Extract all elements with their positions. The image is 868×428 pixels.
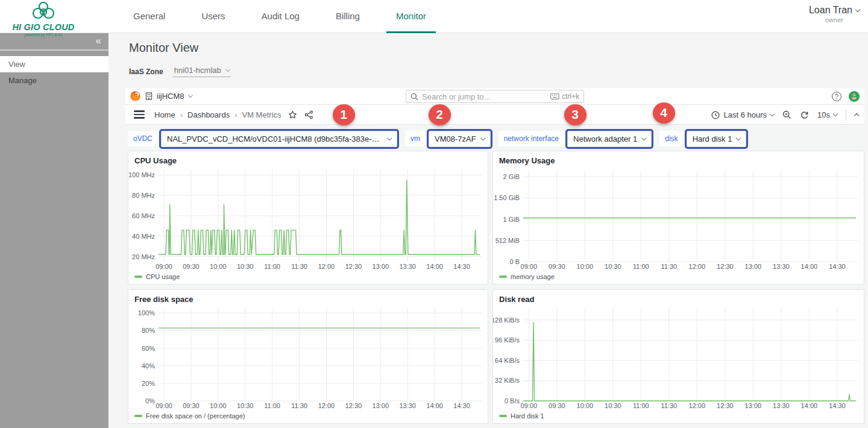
brand-name: HI GIO CLOUD xyxy=(7,23,80,32)
panel-title[interactable]: CPU Usage xyxy=(128,151,488,166)
brand-logo[interactable]: HI GIO CLOUD powered by FPT & IIJ xyxy=(7,1,80,37)
user-role: owner xyxy=(809,16,860,24)
x-axis: 09:0009:3010:0010:3011:0011:3012:0012:30… xyxy=(523,401,858,411)
variable-select-ovdc[interactable]: NAL_PVDC_vCD_HCM/oVDC01-iijHCM8 (d9bc35f… xyxy=(161,131,397,147)
keyboard-icon xyxy=(550,93,559,99)
legend-item[interactable]: Free disk space on / (percentage) xyxy=(128,411,488,423)
legend-swatch xyxy=(499,415,507,417)
variable-select-network-interface[interactable]: Network adapter 1 xyxy=(567,131,652,147)
iaas-zone-select[interactable]: hni01-hcmlab xyxy=(173,66,231,77)
menu-icon[interactable] xyxy=(134,109,145,120)
breadcrumb-separator: › xyxy=(234,110,237,119)
variable-label-vm: vm xyxy=(405,131,426,146)
grafana-topbar: iijHCM8 ctrl+k ? xyxy=(125,88,864,105)
breadcrumb-home[interactable]: Home xyxy=(154,110,175,119)
breadcrumb-vm-metrics[interactable]: VM Metrics xyxy=(242,110,281,119)
chart-plot xyxy=(159,309,482,401)
breadcrumb-dashboards[interactable]: Dashboards xyxy=(187,110,230,119)
top-nav: General Users Audit Log Billing Monitor xyxy=(124,0,436,33)
share-icon[interactable] xyxy=(304,110,313,119)
search-box[interactable]: ctrl+k xyxy=(406,90,584,103)
sidebar-item-view[interactable]: View xyxy=(0,56,108,72)
legend-swatch xyxy=(134,275,142,278)
user-name: Loan Tran xyxy=(809,5,852,16)
annotation-circle-1: 1 xyxy=(333,104,355,125)
y-axis: 0 B512 MiB1 GiB1.50 GiB2 GiB xyxy=(493,170,523,262)
dashboard-variables: oVDC NAL_PVDC_vCD_HCM/oVDC01-iijHCM8 (d9… xyxy=(128,130,864,147)
tab-billing[interactable]: Billing xyxy=(326,0,370,33)
y-axis: 20 MHz40 MHz60 MHz80 MHz100 MHz xyxy=(128,170,159,262)
clock-icon xyxy=(711,111,720,119)
chart-plot xyxy=(159,170,482,262)
chevron-down-icon xyxy=(641,135,646,140)
dashboard-panels: CPU Usage 20 MHz40 MHz60 MHz80 MHz100 MH… xyxy=(128,151,864,424)
legend-item[interactable]: memory usage xyxy=(493,272,864,284)
panel-title[interactable]: Disk read xyxy=(493,290,864,305)
x-axis: 09:0009:3010:0010:3011:0011:3012:0012:30… xyxy=(159,401,482,411)
search-shortcut: ctrl+k xyxy=(550,92,579,101)
chevron-down-icon xyxy=(387,135,392,140)
variable-label-network-interface: network interface xyxy=(498,131,564,146)
sidebar-item-manage[interactable]: Manage xyxy=(0,72,108,89)
panel-title[interactable]: Memory Usage xyxy=(493,151,864,166)
breadcrumb: Home › Dashboards › VM Metrics xyxy=(154,110,281,119)
time-range-label: Last 6 hours xyxy=(723,110,767,119)
help-icon[interactable]: ? xyxy=(832,92,841,101)
annotation-circle-4: 4 xyxy=(653,102,675,124)
sidebar-collapse-icon[interactable]: « xyxy=(96,35,101,47)
chevron-down-icon xyxy=(225,67,230,72)
grafana-breadcrumb-row: Home › Dashboards › VM Metrics xyxy=(125,105,864,125)
user-menu[interactable]: Loan Tran owner xyxy=(809,5,860,24)
panel-title[interactable]: Free disk space xyxy=(128,290,488,305)
refresh-icon[interactable] xyxy=(800,110,809,119)
tab-monitor[interactable]: Monitor xyxy=(386,0,436,33)
search-icon xyxy=(410,93,418,101)
brand-tagline: powered by FPT & IIJ xyxy=(7,33,80,37)
panel-free-disk-space: Free disk space 0%20%40%60%80%100% 09:00… xyxy=(128,289,488,424)
legend-label: CPU usage xyxy=(146,273,180,280)
chevron-down-icon xyxy=(855,7,860,11)
tab-general[interactable]: General xyxy=(124,0,175,33)
panel-cpu-usage: CPU Usage 20 MHz40 MHz60 MHz80 MHz100 MH… xyxy=(128,151,488,285)
refresh-interval-label: 10s xyxy=(817,110,830,119)
page-title: Monitor View xyxy=(129,41,198,55)
tab-audit-log[interactable]: Audit Log xyxy=(252,0,309,33)
chevron-down-icon xyxy=(480,135,485,140)
annotation-circle-3: 3 xyxy=(564,104,587,125)
variable-select-vm[interactable]: VM08-7zAF xyxy=(429,131,491,147)
breadcrumb-separator: › xyxy=(180,110,183,119)
annotation-circle-2: 2 xyxy=(429,104,451,125)
chevron-up-icon[interactable] xyxy=(854,113,859,118)
sidebar: « View Manage xyxy=(0,33,108,428)
zoom-out-icon[interactable] xyxy=(782,110,791,119)
refresh-interval-picker[interactable]: 10s xyxy=(817,110,837,119)
legend-label: Hard disk 1 xyxy=(511,412,544,420)
search-input[interactable] xyxy=(422,92,547,101)
legend-label: Free disk space on / (percentage) xyxy=(146,412,245,420)
x-axis: 09:0009:3010:0010:3011:0011:3012:0012:30… xyxy=(523,262,858,272)
legend-label: memory usage xyxy=(511,273,555,280)
star-icon[interactable] xyxy=(288,110,297,119)
chevron-down-icon xyxy=(770,112,775,116)
variable-select-disk[interactable]: Hard disk 1 xyxy=(687,131,747,147)
chevron-down-icon xyxy=(187,93,192,98)
panel-memory-usage: Memory Usage 0 B512 MiB1 GiB1.50 GiB2 Gi… xyxy=(492,151,864,285)
y-axis: 0%20%40%60%80%100% xyxy=(128,309,159,401)
tab-users[interactable]: Users xyxy=(192,0,234,33)
legend-swatch xyxy=(134,415,142,417)
grafana-logo-icon[interactable] xyxy=(130,91,140,101)
divider xyxy=(846,110,846,121)
org-switcher[interactable]: iijHCM8 xyxy=(145,92,192,101)
legend-swatch xyxy=(499,275,507,278)
variable-label-ovdc: oVDC xyxy=(128,131,158,146)
chevron-down-icon xyxy=(736,135,741,140)
chevron-down-icon xyxy=(833,112,838,116)
time-range-picker[interactable]: Last 6 hours xyxy=(711,110,774,119)
chart-plot xyxy=(523,309,858,401)
legend-item[interactable]: Hard disk 1 xyxy=(493,411,864,423)
legend-item[interactable]: CPU usage xyxy=(128,272,488,284)
avatar-figure xyxy=(851,93,858,100)
y-axis: 0 B/s32 KiB/s64 KiB/s96 KiB/s128 KiB/s xyxy=(493,309,523,401)
user-avatar[interactable] xyxy=(849,91,860,102)
iaas-zone-label: IaaS Zone xyxy=(129,68,163,76)
